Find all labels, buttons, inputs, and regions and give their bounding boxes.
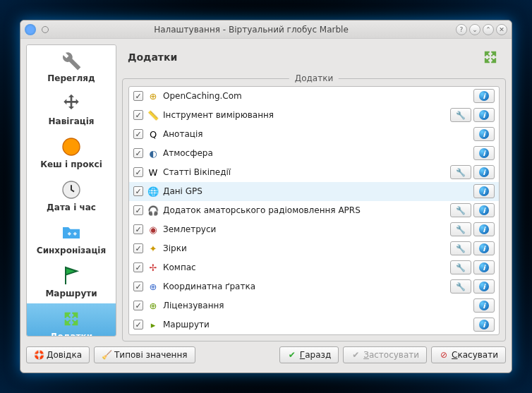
info-icon: i	[479, 91, 489, 101]
plugin-icon: 🎧	[147, 205, 159, 216]
plugin-icon: ✢	[147, 262, 159, 273]
plugin-checkbox[interactable]: ✓	[133, 205, 143, 215]
configure-button[interactable]: 🔧	[450, 108, 471, 122]
info-button[interactable]: i	[473, 184, 495, 198]
cancel-button[interactable]: ⊘ Скасувати	[431, 346, 506, 363]
plugin-row[interactable]: ✓✢Компас🔧i	[129, 258, 499, 277]
info-button[interactable]: i	[473, 108, 495, 122]
arrows-icon	[60, 92, 83, 115]
plugin-row[interactable]: ✓WСтатті Вікіпедії🔧i	[129, 163, 499, 182]
plugin-label: Координатна ґратка	[163, 282, 450, 291]
plugin-checkbox[interactable]: ✓	[133, 91, 143, 101]
plugin-checkbox[interactable]: ✓	[133, 186, 143, 196]
plugin-row[interactable]: ✓▸Маршрутиi	[129, 315, 499, 334]
plugins-groupbox: Додатки ✓⊕OpenCaching.Comi✓📏Інструмент в…	[122, 78, 506, 341]
defaults-button-label: Типові значення	[114, 350, 188, 360]
plugin-row[interactable]: ✓QАнотаціяi	[129, 125, 499, 144]
plugin-row[interactable]: ✓⊕Координатна ґратка🔧i	[129, 277, 499, 296]
minimize-button[interactable]: ⌄	[469, 24, 480, 35]
sidebar-item-4[interactable]: Синхронізація	[27, 217, 116, 260]
info-button[interactable]: i	[473, 165, 495, 179]
sidebar-item-1[interactable]: Навігація	[27, 88, 116, 131]
configure-button[interactable]: 🔧	[450, 165, 471, 179]
pin-icon[interactable]	[42, 26, 49, 33]
sidebar-item-label: Маршрути	[45, 289, 97, 298]
plugin-label: Маршрути	[163, 320, 473, 329]
plugin-checkbox[interactable]: ✓	[133, 110, 143, 120]
plugin-checkbox[interactable]: ✓	[133, 224, 143, 234]
plugin-checkbox[interactable]: ✓	[133, 262, 143, 272]
info-button[interactable]: i	[473, 203, 495, 217]
plugin-icon: ◉	[147, 224, 159, 235]
plugin-icon: ▸	[147, 319, 159, 330]
info-button[interactable]: i	[473, 279, 495, 294]
plugin-checkbox[interactable]: ✓	[133, 243, 143, 253]
plugin-label: Дані GPS	[163, 186, 473, 196]
info-button[interactable]: i	[473, 241, 495, 255]
sidebar-item-label: Навігація	[49, 116, 95, 126]
maximize-button[interactable]: ⌃	[483, 24, 494, 35]
info-button[interactable]: i	[473, 127, 495, 141]
info-button[interactable]: i	[473, 298, 495, 313]
window-title: Налаштування - Віртуальний глобус Marble	[49, 25, 454, 35]
plugin-icon: ⊕	[147, 90, 159, 102]
plugin-checkbox[interactable]: ✓	[133, 167, 143, 177]
info-button[interactable]: i	[473, 260, 495, 274]
sidebar-item-2[interactable]: Кеш і проксі	[27, 131, 116, 174]
info-icon: i	[479, 110, 489, 120]
configure-button[interactable]: 🔧	[450, 241, 471, 255]
sidebar-item-5[interactable]: Маршрути	[27, 260, 116, 303]
plugin-checkbox[interactable]: ✓	[133, 301, 143, 310]
close-button[interactable]: ✕	[496, 24, 507, 35]
plugin-row[interactable]: ✓🎧Додаток аматорського радіомовлення APR…	[129, 201, 499, 220]
sidebar-item-3[interactable]: Дата і час	[27, 174, 116, 217]
sidebar-item-label: Кеш і проксі	[40, 159, 102, 169]
info-button[interactable]: i	[473, 146, 495, 160]
configure-button[interactable]: 🔧	[450, 260, 471, 274]
wrench-icon: 🔧	[456, 168, 466, 177]
defaults-icon: 🧹	[102, 350, 111, 360]
plugin-row[interactable]: ✓⊕OpenCaching.Comi	[129, 87, 499, 106]
app-icon	[25, 24, 36, 35]
plugin-row[interactable]: ✓⊕Ліцензуванняi	[129, 296, 499, 315]
help-button[interactable]: 🛟 Довідка	[26, 346, 90, 363]
plugin-checkbox[interactable]: ✓	[133, 148, 143, 158]
info-icon: i	[479, 282, 489, 291]
plugin-row[interactable]: ✓📏Інструмент вимірювання🔧i	[129, 106, 499, 125]
defaults-button[interactable]: 🧹 Типові значення	[94, 346, 195, 363]
sidebar-item-6[interactable]: Додатки	[27, 303, 116, 337]
configure-button[interactable]: 🔧	[450, 222, 471, 236]
plugin-row[interactable]: ✓◉Землетруси🔧i	[129, 220, 499, 239]
plugin-icon: 🌐	[147, 186, 159, 197]
titlebar: Налаштування - Віртуальний глобус Marble…	[20, 20, 512, 39]
info-icon: i	[479, 167, 489, 177]
plugin-row[interactable]: ✓🌐Дані GPSi	[129, 182, 499, 201]
plugin-label: Статті Вікіпедії	[163, 167, 450, 177]
configure-button[interactable]: 🔧	[450, 279, 471, 294]
info-icon: i	[479, 301, 489, 310]
plugin-list[interactable]: ✓⊕OpenCaching.Comi✓📏Інструмент вимірюван…	[128, 86, 500, 335]
configure-button[interactable]: 🔧	[450, 203, 471, 217]
plugin-icon: ⊕	[147, 281, 159, 292]
info-icon: i	[479, 186, 489, 196]
info-button[interactable]: i	[473, 89, 495, 103]
plugin-icon: ⊕	[147, 300, 159, 311]
ok-button[interactable]: ✔ Гаразд	[279, 346, 339, 363]
info-button[interactable]: i	[473, 222, 495, 236]
plugin-row[interactable]: ✓◐Атмосфераi	[129, 144, 499, 163]
apply-button[interactable]: ✔ Застосувати	[343, 346, 427, 363]
plugin-checkbox[interactable]: ✓	[133, 129, 143, 139]
info-button[interactable]: i	[473, 318, 495, 332]
ok-icon: ✔	[287, 350, 297, 360]
help-titlebar-button[interactable]: ?	[456, 24, 467, 35]
plugin-checkbox[interactable]: ✓	[133, 282, 143, 291]
sidebar-item-0[interactable]: Перегляд	[27, 45, 116, 88]
groupbox-title: Додатки	[289, 73, 339, 83]
plugin-label: Землетруси	[163, 224, 450, 234]
info-icon: i	[479, 262, 489, 272]
wrench-icon: 🔧	[456, 111, 466, 120]
plugin-row[interactable]: ✓✦Зірки🔧i	[129, 239, 499, 258]
plugin-checkbox[interactable]: ✓	[133, 320, 143, 329]
apply-button-label: Застосувати	[363, 350, 419, 360]
puzzle-icon	[60, 308, 83, 330]
